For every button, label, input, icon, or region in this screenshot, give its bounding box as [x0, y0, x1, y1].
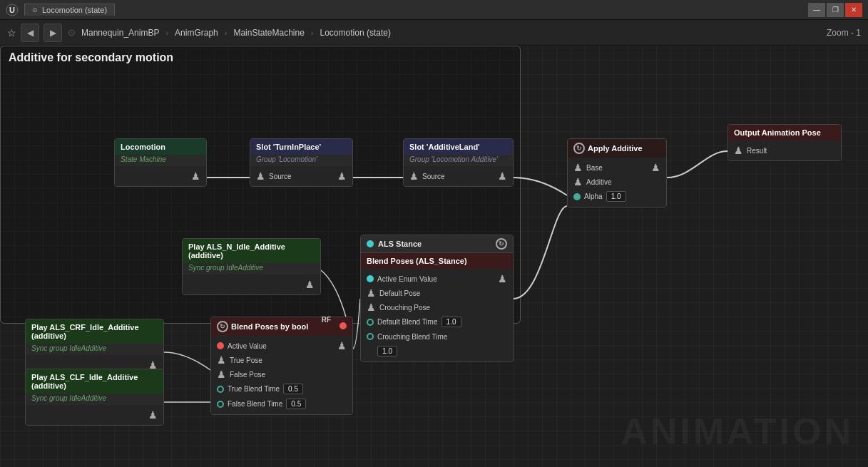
separator-icon: ⊙ [68, 27, 76, 38]
stance-active-enum-pin [367, 275, 374, 282]
zoom-level: Zoom - 1 [827, 28, 861, 38]
stance-default-blend-row: Default Blend Time 1.0 [361, 314, 513, 329]
slot-additive-source-row: ♟ Source ♟ [404, 169, 513, 183]
node-blend-stance-title: Blend Poses (ALS_Stance) [367, 257, 467, 265]
node-slot-turn[interactable]: Slot 'TurnInPlace' Group 'Locomotion' ♟ … [250, 138, 353, 187]
stance-crouching-blend-value[interactable]: 1.0 [377, 346, 397, 356]
node-als-idle[interactable]: Play ALS_N_Idle_Additive (additive) Sync… [182, 238, 321, 295]
node-apply-additive-header: ↻ Apply Additive [568, 139, 666, 158]
blend-bool-false-blend-value[interactable]: 0.5 [286, 399, 306, 409]
forward-button[interactable]: ▶ [44, 24, 62, 42]
apply-base-row: ♟ Base ♟ [568, 160, 666, 175]
node-als-clf-subtitle: Sync group IdleAdditive [26, 394, 163, 405]
breadcrumb-statemachine[interactable]: MainStateMachine [233, 28, 304, 38]
node-slot-turn-header: Slot 'TurnInPlace' [250, 139, 352, 155]
restore-button[interactable]: ❐ [827, 3, 844, 17]
blend-bool-false-blend-label: False Blend Time [228, 400, 282, 408]
node-locomotion-title: Locomotion [121, 143, 165, 151]
back-button[interactable]: ◀ [21, 24, 39, 42]
blend-bool-true-blend-row: True Blend Time 0.5 [211, 381, 352, 396]
apply-base-in-pin: ♟ [573, 163, 583, 173]
blend-bool-true-row: ♟ True Pose [211, 353, 352, 367]
slot-turn-source-label: Source [269, 173, 292, 180]
stance-refresh-icon: ↻ [496, 238, 507, 250]
stance-crouching-blend-pin [367, 333, 374, 340]
apply-out-pin: ♟ [651, 163, 660, 173]
blend-bool-refresh-icon: ↻ [217, 321, 228, 332]
node-als-idle-subtitle: Sync group IdleAdditive [183, 263, 320, 274]
node-als-clf[interactable]: Play ALS_CLF_Idle_Additive (additive) Sy… [25, 369, 164, 426]
breadcrumb-locomotion[interactable]: Locomotion (state) [320, 28, 391, 38]
node-slot-additive-title: Slot 'AdditiveLand' [409, 143, 480, 151]
blend-bool-active-label: Active Value [228, 342, 267, 350]
node-als-crf[interactable]: Play ALS_CRF_Idle_Additive (additive) Sy… [25, 319, 164, 376]
als-clf-out-pin: ♟ [148, 410, 158, 420]
node-als-idle-header: Play ALS_N_Idle_Additive (additive) [183, 239, 320, 263]
close-button[interactable]: ✕ [845, 3, 862, 17]
blend-bool-active-pin [217, 342, 224, 349]
output-result-pin: ♟ [734, 145, 743, 155]
node-als-crf-subtitle: Sync group IdleAdditive [26, 344, 163, 355]
node-locomotion[interactable]: Locomotion State Machine ♟ [114, 138, 207, 187]
watermark: ANIMATION [621, 410, 854, 453]
blend-bool-false-pin: ♟ [217, 369, 226, 379]
blend-bool-active-row: Active Value ♟ [211, 339, 352, 353]
node-slot-additive-header: Slot 'AdditiveLand' [404, 139, 513, 155]
window-controls: — ❐ ✕ [808, 3, 862, 17]
stance-default-blend-value[interactable]: 1.0 [441, 317, 461, 327]
node-blend-bool[interactable]: RF ↻ Blend Poses by bool Active Value ♟ … [210, 317, 353, 415]
node-apply-additive[interactable]: ↻ Apply Additive ♟ Base ♟ ♟ Additive Alp… [567, 138, 667, 207]
node-als-crf-header: Play ALS_CRF_Idle_Additive (additive) [26, 319, 163, 344]
node-locomotion-subtitle: State Machine [115, 155, 206, 166]
node-als-stance-body: Active Enum Value ♟ ♟ Default Pose ♟ Cro… [361, 269, 513, 361]
node-apply-additive-body: ♟ Base ♟ ♟ Additive Alpha 1.0 [568, 158, 666, 207]
titlebar: U ⊙ Locomotion (state) — ❐ ✕ [0, 0, 868, 20]
svg-text:U: U [9, 6, 15, 14]
blend-bool-out-pin: ♟ [337, 341, 347, 351]
als-idle-out-pin: ♟ [305, 279, 315, 289]
node-output-title: Output Animation Pose [734, 128, 821, 137]
breadcrumb-mannequin[interactable]: Mannequin_AnimBP [81, 28, 159, 38]
node-blend-bool-header: RF ↻ Blend Poses by bool [211, 317, 352, 336]
stance-crouching-pose-pin: ♟ [367, 302, 376, 312]
apply-additive-row: ♟ Additive [568, 175, 666, 189]
apply-additive-refresh-icon: ↻ [573, 143, 585, 154]
apply-base-label: Base [586, 164, 603, 172]
slot-turn-in-pin: ♟ [256, 171, 265, 181]
apply-alpha-pin [573, 193, 581, 200]
canvas[interactable]: Locomotion State Machine ♟ Slot 'TurnInP… [0, 46, 868, 467]
stance-default-pose-pin: ♟ [367, 288, 376, 298]
slot-additive-in-pin: ♟ [409, 171, 419, 181]
locomotion-out-row: ♟ [115, 169, 206, 183]
tab-locomotion[interactable]: ⊙ Locomotion (state) [24, 4, 115, 16]
tab-label: Locomotion (state) [42, 6, 107, 14]
blend-bool-true-pin: ♟ [217, 355, 226, 365]
stance-active-enum-row: Active Enum Value ♟ [361, 272, 513, 286]
output-result-label: Result [747, 147, 767, 155]
node-als-stance[interactable]: ALS Stance ↻ Blend Poses (ALS_Stance) Ac… [360, 235, 514, 362]
blend-bool-true-label: True Pose [230, 356, 262, 364]
node-output-header: Output Animation Pose [728, 125, 841, 140]
slot-turn-out-pin: ♟ [337, 171, 347, 181]
output-result-row: ♟ Result [728, 143, 841, 158]
apply-alpha-label: Alpha [584, 193, 603, 200]
node-output[interactable]: Output Animation Pose ♟ Result [727, 124, 842, 161]
node-als-stance-title: ALS Stance [378, 240, 422, 248]
locomotion-out-pin: ♟ [191, 171, 200, 181]
blend-bool-false-label: False Pose [230, 371, 265, 379]
node-locomotion-body: ♟ [115, 166, 206, 186]
breadcrumb-animgraph[interactable]: AnimGraph [175, 28, 218, 38]
node-slot-turn-title: Slot 'TurnInPlace' [256, 143, 321, 151]
minimize-button[interactable]: — [808, 3, 825, 17]
node-als-clf-title: Play ALS_CLF_Idle_Additive (additive) [31, 373, 158, 390]
node-slot-additive[interactable]: Slot 'AdditiveLand' Group 'Locomotion Ad… [403, 138, 514, 187]
blend-bool-true-blend-value[interactable]: 0.5 [283, 384, 303, 394]
apply-alpha-value[interactable]: 1.0 [606, 191, 626, 202]
node-slot-turn-subtitle: Group 'Locomotion' [250, 155, 352, 166]
node-locomotion-header: Locomotion [115, 139, 206, 155]
home-star[interactable]: ☆ [7, 27, 16, 39]
node-apply-additive-title: Apply Additive [588, 144, 643, 153]
stance-active-enum-label: Active Enum Value [377, 275, 437, 283]
tab-icon: ⊙ [32, 6, 38, 14]
blend-bool-false-blend-pin [217, 401, 224, 408]
